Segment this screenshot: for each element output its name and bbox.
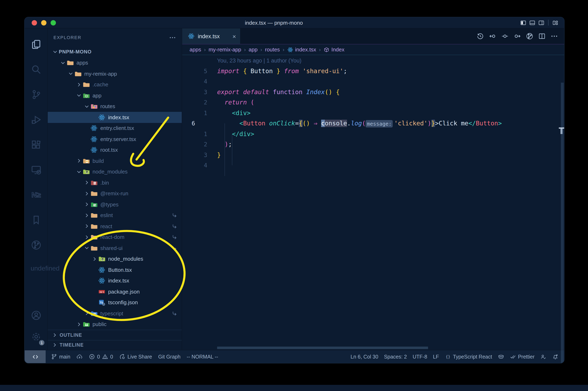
- customize-layout-icon[interactable]: [552, 19, 558, 26]
- activity-source-control[interactable]: [24, 82, 47, 107]
- history-icon[interactable]: [477, 32, 484, 40]
- close-tab-icon[interactable]: ×: [232, 33, 236, 39]
- breadcrumb-apps[interactable]: apps: [190, 46, 201, 53]
- activity-extensions[interactable]: [24, 132, 47, 157]
- remote-indicator[interactable]: [25, 350, 46, 363]
- tree-item-my-remix-app[interactable]: my-remix-app: [48, 68, 182, 79]
- horizontal-scrollbar[interactable]: [217, 347, 428, 349]
- code-area[interactable]: You, 23 hours ago | 1 author (You)5impor…: [182, 55, 564, 350]
- explorer-more-actions-icon[interactable]: [169, 34, 176, 41]
- activity-nx-console[interactable]: N≥: [24, 182, 47, 207]
- status-live-share[interactable]: Live Share: [119, 354, 152, 360]
- breadcrumb-routes[interactable]: routes: [265, 46, 280, 53]
- tree-item-react-dom[interactable]: react-dom: [48, 232, 182, 243]
- tree-item-node-modules[interactable]: JSnode_modules: [48, 253, 182, 264]
- code-line-1[interactable]: 5import { Button } from 'shared-ui';: [182, 66, 564, 77]
- status-copilot[interactable]: [498, 354, 504, 360]
- breadcrumb-index[interactable]: Index: [324, 46, 345, 53]
- close-window-button[interactable]: [32, 20, 37, 25]
- tree-item-button-tsx[interactable]: Button.tsx: [48, 264, 182, 275]
- code-line-8[interactable]: 2 );: [182, 139, 564, 150]
- code-line-2[interactable]: 4: [182, 77, 564, 87]
- tree-item-bin[interactable]: 0110.bin: [48, 177, 182, 188]
- status-vim-mode[interactable]: -- NORMAL --: [187, 354, 218, 360]
- tree-item-entry-client-tsx[interactable]: entry.client.tsx: [48, 123, 182, 134]
- status-notifications[interactable]: [552, 354, 558, 360]
- code-line-10[interactable]: 4: [182, 160, 564, 171]
- tree-item-node-modules[interactable]: JSnode_modules: [48, 166, 182, 177]
- more-actions-icon[interactable]: [551, 32, 558, 40]
- timeline-section[interactable]: TIMELINE: [48, 340, 182, 350]
- status-cursor-position[interactable]: Ln 6, Col 30: [351, 354, 378, 360]
- activity-bookmarks[interactable]: [24, 207, 47, 232]
- nav-forward-icon[interactable]: [514, 32, 521, 40]
- tree-item-shared-ui[interactable]: shared-ui: [48, 243, 182, 253]
- status-git-graph[interactable]: Git Graph: [158, 354, 181, 360]
- tree-item-entry-server-tsx[interactable]: entry.server.tsx: [48, 134, 182, 145]
- activity-accounts[interactable]: [25, 305, 48, 326]
- breadcrumb-app[interactable]: app: [249, 46, 257, 53]
- breadcrumb-separator: ›: [244, 47, 246, 52]
- toggle-sidebar-icon[interactable]: [520, 19, 526, 26]
- activity-remote-explorer[interactable]: [24, 157, 47, 182]
- status-feedback[interactable]: [540, 354, 546, 360]
- status-sync[interactable]: [77, 354, 83, 360]
- code-line-7[interactable]: 1 </div>: [182, 129, 564, 139]
- status-prettier[interactable]: Prettier: [510, 354, 535, 360]
- vertical-scrollbar[interactable]: [561, 83, 564, 364]
- code-line-4[interactable]: 2 return (: [182, 98, 564, 108]
- tree-item-eslint[interactable]: eslint: [48, 210, 182, 221]
- breadcrumb-separator: ›: [261, 47, 262, 52]
- status-git-branch[interactable]: main: [51, 354, 70, 360]
- status-indentation[interactable]: Spaces: 2: [384, 354, 407, 360]
- bookmarks-icon: [31, 214, 41, 225]
- code-line-3[interactable]: 3export default function Index() {: [182, 87, 564, 98]
- gitlens-graph-icon[interactable]: [526, 32, 533, 40]
- tree-item-index-tsx[interactable]: index.tsx: [48, 275, 182, 286]
- nav-current-icon[interactable]: [501, 32, 509, 40]
- status-problems[interactable]: 00: [89, 354, 113, 360]
- activity-more-views[interactable]: undefined: [24, 257, 47, 283]
- nav-back-icon[interactable]: [489, 32, 496, 40]
- activity-run-debug[interactable]: [24, 107, 47, 132]
- tree-item-pnpm-mono[interactable]: PNPM-MONO: [48, 46, 182, 57]
- tree-item-app[interactable]: app: [48, 90, 182, 101]
- breadcrumb-index-tsx[interactable]: index.tsx: [287, 46, 316, 53]
- tree-item-remix-run[interactable]: @remix-run: [48, 188, 182, 199]
- status-language-mode[interactable]: {}TypeScript React: [445, 354, 492, 360]
- minimize-window-button[interactable]: [41, 20, 46, 25]
- zoom-window-button[interactable]: [51, 20, 56, 25]
- tree-item-index-tsx[interactable]: index.tsx: [48, 112, 182, 123]
- breadcrumb-my-remix-app[interactable]: my-remix-app: [208, 46, 241, 53]
- folder-tan-icon: [91, 234, 98, 241]
- line-number: 4: [182, 160, 212, 171]
- tree-item-apps[interactable]: apps: [48, 57, 182, 68]
- chevron-spacer: [83, 125, 91, 132]
- tree-item-types[interactable]: TS@types: [48, 199, 182, 210]
- tree-item-build[interactable]: build: [48, 155, 182, 166]
- tree-item-root-tsx[interactable]: root.tsx: [48, 145, 182, 155]
- status-encoding[interactable]: UTF-8: [413, 354, 427, 360]
- explorer-title: EXPLORER: [53, 35, 81, 40]
- tree-item-tsconfig-json[interactable]: TStsconfig.json: [48, 297, 182, 308]
- svg-text:10: 10: [94, 183, 96, 184]
- tab-index-tsx[interactable]: index.tsx ×: [182, 28, 240, 44]
- split-editor-icon[interactable]: [538, 32, 546, 40]
- tree-item-react[interactable]: react: [48, 221, 182, 232]
- tree-item-cache[interactable]: .cache: [48, 79, 182, 90]
- tree-item-typescript[interactable]: TStypescript: [48, 308, 182, 319]
- code-line-5[interactable]: 1 <div>: [182, 108, 564, 118]
- activity-settings[interactable]: 1: [25, 326, 48, 347]
- activity-explorer[interactable]: [24, 32, 47, 57]
- tree-item-package-json[interactable]: npmpackage.json: [48, 286, 182, 297]
- code-line-9[interactable]: 3}: [182, 150, 564, 160]
- tree-item-routes[interactable]: routes: [48, 101, 182, 112]
- toggle-panel-icon[interactable]: [529, 19, 535, 26]
- outline-section[interactable]: OUTLINE: [48, 330, 182, 340]
- tree-item-public[interactable]: public: [48, 319, 182, 330]
- activity-git-graph[interactable]: [24, 232, 47, 257]
- code-line-6[interactable]: 6 <Button onClick={() ⇒ console.log(mess…: [182, 118, 564, 129]
- status-eol[interactable]: LF: [433, 354, 439, 360]
- toggle-secondary-sidebar-icon[interactable]: [538, 19, 544, 26]
- activity-search[interactable]: [24, 57, 47, 82]
